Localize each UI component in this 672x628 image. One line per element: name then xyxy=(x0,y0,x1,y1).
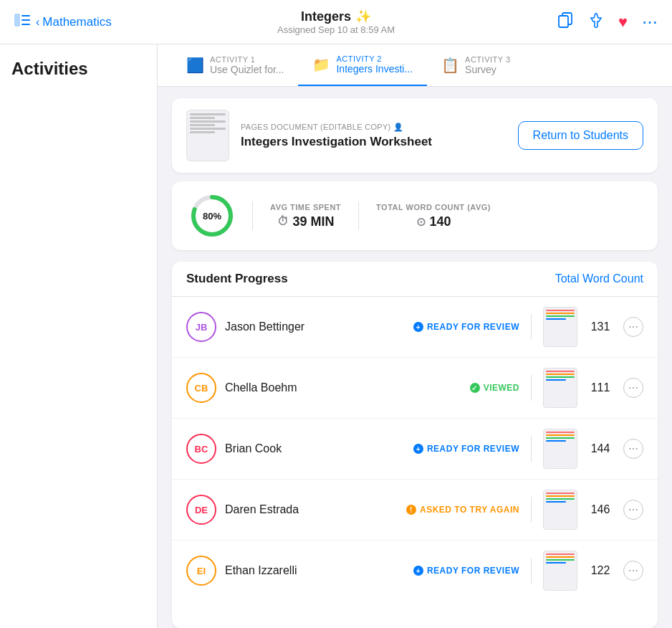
doc-line-2 xyxy=(190,117,215,119)
status-dot-4: + xyxy=(413,566,423,576)
student-left-1: CB Chella Boehm xyxy=(186,373,344,403)
document-section: PAGES DOCUMENT (EDITABLE COPY) 👤 Integer… xyxy=(172,98,658,173)
word-count-0: 131 xyxy=(589,320,612,333)
tab-activity-3[interactable]: 📋 ACTIVITY 3 Survey xyxy=(427,44,524,86)
title-text: Integers xyxy=(301,9,351,24)
word-count-label: TOTAL WORD COUNT (AVG) xyxy=(376,203,491,211)
student-right-2: + READY FOR REVIEW 144 ⋯ xyxy=(344,429,643,469)
student-progress-label: Student Progress xyxy=(186,272,344,286)
header-center: Integers ✨ Assigned Sep 10 at 8:59 AM xyxy=(172,9,500,35)
avg-time-stat: AVG TIME SPENT ⏱ 39 MIN xyxy=(270,203,341,229)
preview-line-3 xyxy=(546,498,575,500)
doc-thumbnail xyxy=(186,110,229,161)
tab-icon-2: 📁 xyxy=(312,56,330,73)
doc-preview-3[interactable] xyxy=(543,490,577,530)
tab-name-3: Survey xyxy=(465,64,510,75)
progress-pct: 80 xyxy=(203,211,213,222)
student-left-2: BC Brian Cook xyxy=(186,434,344,464)
status-badge-1: ✓ VIEWED xyxy=(470,383,519,393)
avg-time-number: 39 MIN xyxy=(293,214,335,229)
tab-activity-2[interactable]: 📁 ACTIVITY 2 Integers Investi... xyxy=(298,44,427,86)
heart-icon[interactable]: ♥ xyxy=(618,13,628,32)
student-name-0: Jason Bettinger xyxy=(225,320,304,333)
status-dot-0: + xyxy=(413,322,423,332)
header-title: Integers ✨ xyxy=(301,9,371,24)
tab-name-1: Use Quizlet for... xyxy=(210,64,284,75)
word-count-4: 122 xyxy=(589,564,612,577)
header: ‹ Mathematics Integers ✨ Assigned Sep 10… xyxy=(0,0,672,44)
row-divider-1 xyxy=(531,375,532,401)
more-button-1[interactable]: ⋯ xyxy=(623,378,643,398)
student-row: EI Ethan Izzarelli + READY FOR REVIEW 12… xyxy=(172,541,658,601)
doc-info: PAGES DOCUMENT (EDITABLE COPY) 👤 Integer… xyxy=(241,123,507,149)
tab-activity-1[interactable]: 🟦 ACTIVITY 1 Use Quizlet for... xyxy=(172,44,298,86)
student-list: JB Jason Bettinger + READY FOR REVIEW 13… xyxy=(172,297,658,601)
doc-type-text: PAGES DOCUMENT (EDITABLE COPY) xyxy=(241,123,390,131)
header-right: ♥ ⋯ xyxy=(500,11,658,33)
status-badge-2: + READY FOR REVIEW xyxy=(413,444,519,454)
preview-line-3 xyxy=(546,376,575,378)
doc-line-3 xyxy=(190,120,226,123)
total-word-count-sort[interactable]: Total Word Count xyxy=(344,272,643,285)
more-button-4[interactable]: ⋯ xyxy=(623,561,643,581)
svg-rect-3 xyxy=(21,24,30,25)
more-button-0[interactable]: ⋯ xyxy=(623,317,643,337)
preview-line-4 xyxy=(546,318,566,320)
more-button-2[interactable]: ⋯ xyxy=(623,439,643,459)
tab-activity-num-2: ACTIVITY 2 xyxy=(336,54,413,63)
avg-time-label: AVG TIME SPENT xyxy=(270,203,341,211)
doc-preview-4[interactable] xyxy=(543,551,577,591)
student-name-1: Chella Boehm xyxy=(225,381,297,394)
doc-preview-2[interactable] xyxy=(543,429,577,469)
sidebar-toggle-icon[interactable] xyxy=(14,14,30,30)
preview-line-1 xyxy=(546,553,575,555)
preview-line-4 xyxy=(546,501,566,503)
doc-preview-0[interactable] xyxy=(543,307,577,347)
time-icon: ⏱ xyxy=(277,215,289,228)
svg-rect-0 xyxy=(14,14,20,27)
preview-line-1 xyxy=(546,432,575,433)
tabs-row: 🟦 ACTIVITY 1 Use Quizlet for... 📁 ACTIVI… xyxy=(172,44,658,86)
preview-line-1 xyxy=(546,310,575,311)
avatar-3: DE xyxy=(186,495,216,525)
back-navigation[interactable]: ‹ Mathematics xyxy=(36,15,112,29)
student-right-1: ✓ VIEWED 111 ⋯ xyxy=(344,368,643,408)
avatar-2: BC xyxy=(186,434,216,464)
preview-line-2 xyxy=(546,556,575,558)
preview-line-2 xyxy=(546,313,575,314)
preview-line-4 xyxy=(546,440,566,442)
student-left-4: EI Ethan Izzarelli xyxy=(186,556,344,586)
tab-icon-3: 📋 xyxy=(441,57,459,74)
student-left-0: JB Jason Bettinger xyxy=(186,312,344,342)
copy-icon[interactable] xyxy=(557,11,574,33)
preview-line-1 xyxy=(546,371,575,372)
back-label: Mathematics xyxy=(42,15,111,29)
student-progress-section: Student Progress Total Word Count JB Jas… xyxy=(172,262,658,628)
chevron-left-icon: ‹ xyxy=(36,16,39,29)
doc-type: PAGES DOCUMENT (EDITABLE COPY) 👤 xyxy=(241,123,507,132)
preview-line-2 xyxy=(546,434,575,436)
main-content: Activities 🟦 ACTIVITY 1 Use Quizlet for.… xyxy=(0,44,672,628)
student-progress-header: Student Progress Total Word Count xyxy=(172,262,658,297)
tab-activity-num-3: ACTIVITY 3 xyxy=(465,55,510,64)
progress-label: 80% xyxy=(203,211,221,222)
avatar-1: CB xyxy=(186,373,216,403)
doc-preview-1[interactable] xyxy=(543,368,577,408)
status-dot-3: ! xyxy=(406,505,416,515)
stat-divider-2 xyxy=(358,201,359,230)
doc-line-5 xyxy=(190,128,226,130)
preview-line-3 xyxy=(546,559,575,561)
svg-rect-1 xyxy=(21,15,30,16)
avg-time-value: ⏱ 39 MIN xyxy=(277,214,335,229)
word-count-3: 146 xyxy=(589,503,612,516)
more-icon[interactable]: ⋯ xyxy=(642,13,658,32)
return-to-students-button[interactable]: Return to Students xyxy=(518,121,643,150)
doc-line-6 xyxy=(190,131,215,133)
progress-ring: 80% xyxy=(189,193,235,239)
tab-activity-num-1: ACTIVITY 1 xyxy=(210,55,284,64)
more-button-3[interactable]: ⋯ xyxy=(623,500,643,520)
pin-icon[interactable] xyxy=(588,12,604,32)
doc-line-1 xyxy=(190,113,226,115)
word-count-1: 111 xyxy=(589,381,612,394)
status-badge-3: ! ASKED TO TRY AGAIN xyxy=(406,505,519,515)
